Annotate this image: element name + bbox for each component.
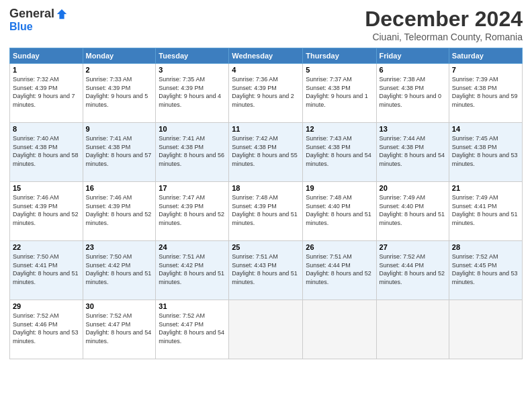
calendar-week-row: 8Sunrise: 7:40 AMSunset: 4:38 PMDaylight… (10, 123, 523, 182)
calendar-cell: 8Sunrise: 7:40 AMSunset: 4:38 PMDaylight… (10, 123, 83, 182)
header: General Blue December 2024 Ciuani, Teleo… (9, 7, 523, 42)
calendar-cell: 2Sunrise: 7:33 AMSunset: 4:39 PMDaylight… (83, 64, 156, 123)
day-number: 21 (452, 184, 519, 192)
logo-text: General (9, 7, 68, 21)
calendar-cell: 18Sunrise: 7:48 AMSunset: 4:39 PMDayligh… (229, 182, 303, 241)
calendar-cell (229, 300, 303, 359)
day-info: Sunrise: 7:46 AMSunset: 4:39 PMDaylight:… (86, 193, 153, 227)
day-number: 25 (232, 243, 300, 251)
col-monday: Monday (83, 48, 156, 64)
day-number: 16 (86, 184, 153, 192)
day-info: Sunrise: 7:52 AMSunset: 4:46 PMDaylight:… (13, 312, 80, 345)
day-info: Sunrise: 7:48 AMSunset: 4:40 PMDaylight:… (306, 193, 373, 227)
svg-marker-0 (57, 9, 66, 18)
day-info: Sunrise: 7:52 AMSunset: 4:45 PMDaylight:… (452, 253, 519, 286)
day-number: 24 (159, 243, 226, 251)
day-number: 13 (380, 125, 446, 133)
calendar-week-row: 15Sunrise: 7:46 AMSunset: 4:39 PMDayligh… (10, 182, 523, 241)
logo-blue: Blue (9, 21, 33, 33)
calendar-cell: 23Sunrise: 7:50 AMSunset: 4:42 PMDayligh… (83, 241, 156, 300)
day-info: Sunrise: 7:48 AMSunset: 4:39 PMDaylight:… (232, 193, 300, 227)
day-number: 2 (86, 66, 153, 74)
day-info: Sunrise: 7:37 AMSunset: 4:38 PMDaylight:… (306, 75, 373, 109)
day-info: Sunrise: 7:41 AMSunset: 4:38 PMDaylight:… (86, 134, 153, 168)
calendar-table: Sunday Monday Tuesday Wednesday Thursday… (9, 48, 523, 359)
day-number: 11 (232, 125, 300, 133)
day-number: 30 (86, 302, 153, 310)
calendar-cell: 5Sunrise: 7:37 AMSunset: 4:38 PMDaylight… (303, 64, 376, 123)
calendar-cell: 30Sunrise: 7:52 AMSunset: 4:47 PMDayligh… (83, 300, 156, 359)
day-info: Sunrise: 7:46 AMSunset: 4:39 PMDaylight:… (13, 193, 80, 227)
day-number: 4 (232, 66, 300, 74)
calendar-cell (449, 300, 522, 359)
day-info: Sunrise: 7:51 AMSunset: 4:43 PMDaylight:… (232, 253, 300, 286)
day-info: Sunrise: 7:39 AMSunset: 4:38 PMDaylight:… (452, 75, 519, 109)
calendar-week-row: 1Sunrise: 7:32 AMSunset: 4:39 PMDaylight… (10, 64, 523, 123)
day-info: Sunrise: 7:50 AMSunset: 4:41 PMDaylight:… (13, 253, 80, 286)
calendar-cell: 13Sunrise: 7:44 AMSunset: 4:38 PMDayligh… (376, 123, 449, 182)
day-number: 22 (13, 243, 80, 251)
calendar-header-row: Sunday Monday Tuesday Wednesday Thursday… (10, 48, 523, 64)
day-info: Sunrise: 7:36 AMSunset: 4:39 PMDaylight:… (232, 75, 300, 109)
day-number: 18 (232, 184, 300, 192)
day-number: 31 (159, 302, 226, 310)
logo-icon (56, 8, 68, 20)
day-number: 5 (306, 66, 373, 74)
day-info: Sunrise: 7:51 AMSunset: 4:42 PMDaylight:… (159, 253, 226, 286)
day-info: Sunrise: 7:43 AMSunset: 4:38 PMDaylight:… (306, 134, 373, 168)
day-info: Sunrise: 7:51 AMSunset: 4:44 PMDaylight:… (306, 253, 373, 286)
subtitle: Ciuani, Teleorman County, Romania (365, 32, 523, 42)
col-wednesday: Wednesday (229, 48, 303, 64)
calendar-cell: 20Sunrise: 7:49 AMSunset: 4:40 PMDayligh… (376, 182, 449, 241)
title-section: December 2024 Ciuani, Teleorman County, … (365, 7, 523, 42)
col-friday: Friday (376, 48, 449, 64)
day-info: Sunrise: 7:45 AMSunset: 4:38 PMDaylight:… (452, 134, 519, 168)
calendar-cell (303, 300, 376, 359)
calendar-cell: 29Sunrise: 7:52 AMSunset: 4:46 PMDayligh… (10, 300, 83, 359)
day-number: 23 (86, 243, 153, 251)
day-number: 17 (159, 184, 226, 192)
day-info: Sunrise: 7:49 AMSunset: 4:40 PMDaylight:… (380, 193, 446, 227)
calendar-cell: 15Sunrise: 7:46 AMSunset: 4:39 PMDayligh… (10, 182, 83, 241)
day-info: Sunrise: 7:52 AMSunset: 4:44 PMDaylight:… (380, 253, 446, 286)
day-info: Sunrise: 7:52 AMSunset: 4:47 PMDaylight:… (86, 312, 153, 345)
calendar-week-row: 29Sunrise: 7:52 AMSunset: 4:46 PMDayligh… (10, 300, 523, 359)
calendar-week-row: 22Sunrise: 7:50 AMSunset: 4:41 PMDayligh… (10, 241, 523, 300)
calendar-cell: 14Sunrise: 7:45 AMSunset: 4:38 PMDayligh… (449, 123, 522, 182)
day-number: 27 (380, 243, 446, 251)
calendar-cell: 21Sunrise: 7:49 AMSunset: 4:41 PMDayligh… (449, 182, 522, 241)
day-info: Sunrise: 7:42 AMSunset: 4:38 PMDaylight:… (232, 134, 300, 168)
day-number: 29 (13, 302, 80, 310)
day-number: 10 (159, 125, 226, 133)
calendar-cell: 6Sunrise: 7:38 AMSunset: 4:38 PMDaylight… (376, 64, 449, 123)
day-number: 9 (86, 125, 153, 133)
day-info: Sunrise: 7:38 AMSunset: 4:38 PMDaylight:… (380, 75, 446, 109)
page-container: General Blue December 2024 Ciuani, Teleo… (0, 0, 532, 411)
day-number: 7 (452, 66, 519, 74)
day-number: 3 (159, 66, 226, 74)
col-sunday: Sunday (10, 48, 83, 64)
calendar-cell: 31Sunrise: 7:52 AMSunset: 4:47 PMDayligh… (156, 300, 229, 359)
col-thursday: Thursday (303, 48, 376, 64)
col-saturday: Saturday (449, 48, 522, 64)
day-info: Sunrise: 7:44 AMSunset: 4:38 PMDaylight:… (380, 134, 446, 168)
calendar-cell: 28Sunrise: 7:52 AMSunset: 4:45 PMDayligh… (449, 241, 522, 300)
day-number: 14 (452, 125, 519, 133)
day-info: Sunrise: 7:35 AMSunset: 4:39 PMDaylight:… (159, 75, 226, 109)
calendar-cell: 3Sunrise: 7:35 AMSunset: 4:39 PMDaylight… (156, 64, 229, 123)
day-number: 15 (13, 184, 80, 192)
day-info: Sunrise: 7:33 AMSunset: 4:39 PMDaylight:… (86, 75, 153, 109)
calendar-cell: 1Sunrise: 7:32 AMSunset: 4:39 PMDaylight… (10, 64, 83, 123)
main-title: December 2024 (365, 7, 523, 32)
day-number: 6 (380, 66, 446, 74)
calendar-cell: 10Sunrise: 7:41 AMSunset: 4:38 PMDayligh… (156, 123, 229, 182)
calendar-cell: 26Sunrise: 7:51 AMSunset: 4:44 PMDayligh… (303, 241, 376, 300)
day-number: 28 (452, 243, 519, 251)
calendar-cell: 24Sunrise: 7:51 AMSunset: 4:42 PMDayligh… (156, 241, 229, 300)
calendar-cell: 17Sunrise: 7:47 AMSunset: 4:39 PMDayligh… (156, 182, 229, 241)
calendar-cell: 12Sunrise: 7:43 AMSunset: 4:38 PMDayligh… (303, 123, 376, 182)
calendar-cell: 25Sunrise: 7:51 AMSunset: 4:43 PMDayligh… (229, 241, 303, 300)
day-number: 19 (306, 184, 373, 192)
calendar-cell: 11Sunrise: 7:42 AMSunset: 4:38 PMDayligh… (229, 123, 303, 182)
calendar-cell: 27Sunrise: 7:52 AMSunset: 4:44 PMDayligh… (376, 241, 449, 300)
